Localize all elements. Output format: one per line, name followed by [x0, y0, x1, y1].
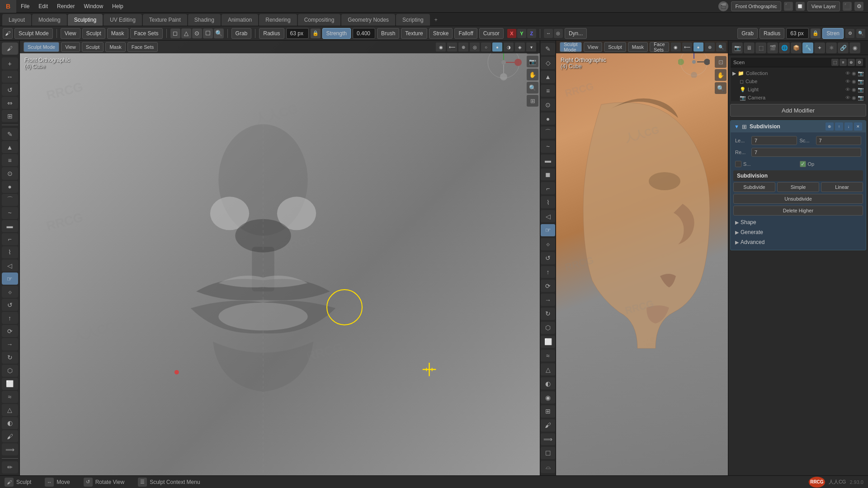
- scene-name[interactable]: Front Orthographic: [731, 1, 781, 11]
- vp-view-btn[interactable]: View: [61, 42, 80, 52]
- mod-icon2[interactable]: ↑: [835, 122, 843, 131]
- tool-multiplane[interactable]: ⌇: [2, 246, 18, 258]
- sculpt-lasso[interactable]: ⌓: [541, 461, 555, 473]
- sculpt-snake[interactable]: ↺: [541, 252, 555, 264]
- tab-layout[interactable]: Layout: [2, 14, 31, 26]
- tool-crease[interactable]: ⌒: [2, 194, 18, 206]
- toolbar-dyn-label[interactable]: Dyn...: [565, 28, 587, 39]
- prop-constraints-icon[interactable]: 🔗: [838, 42, 849, 53]
- sculpt-pose[interactable]: ⟳: [541, 280, 555, 292]
- sculpt-smooth[interactable]: ~: [541, 141, 555, 153]
- nav-pan[interactable]: ✋: [527, 69, 538, 80]
- unsubdivide-btn[interactable]: Unsubdivide: [733, 194, 863, 204]
- brush-icon-2[interactable]: △: [181, 28, 191, 38]
- nav-zoom[interactable]: 🔍: [527, 82, 538, 94]
- tool-cursor[interactable]: +: [2, 57, 18, 70]
- tool-snake-hook[interactable]: ↺: [2, 299, 18, 311]
- toolbar-cursor-dropdown[interactable]: Cursor: [479, 28, 504, 39]
- sculpt-topology[interactable]: ⬡: [541, 322, 555, 334]
- vp-face-sets-btn[interactable]: Face Sets: [127, 42, 158, 52]
- axis-y-btn[interactable]: Y: [517, 29, 526, 38]
- vp-render-icon[interactable]: ◑: [504, 42, 514, 52]
- tool-clay[interactable]: ▲: [2, 141, 18, 153]
- toolbar-brush-dropdown[interactable]: Brush: [377, 28, 399, 39]
- sculpt-paint-brush[interactable]: 🖌: [541, 419, 555, 432]
- tool-boundary[interactable]: ⬜: [2, 378, 18, 390]
- mode-icon[interactable]: 🖌: [2, 42, 18, 55]
- sc-value[interactable]: 7: [816, 136, 862, 145]
- nav-camera[interactable]: 📷: [527, 56, 538, 67]
- radius-lock-icon[interactable]: 🔒: [311, 28, 321, 38]
- nav-r-zoom[interactable]: ⊡: [715, 56, 726, 68]
- vp-r-solid[interactable]: ●: [693, 42, 703, 52]
- outliner-icon3[interactable]: ⊕: [848, 59, 855, 66]
- view-layer-name[interactable]: View Layer: [807, 1, 840, 11]
- axis-z-btn[interactable]: Z: [527, 29, 536, 38]
- sculpt-draw-sharp[interactable]: ◇: [541, 57, 555, 69]
- tool-rotate2[interactable]: ↻: [2, 352, 18, 364]
- nav-grid[interactable]: ⊞: [527, 95, 538, 107]
- mod-icon4[interactable]: ✕: [854, 122, 862, 131]
- scene-options-icon[interactable]: ⬛: [784, 2, 793, 11]
- vp-overlay-icon[interactable]: ◉: [436, 42, 446, 52]
- toolbar-strength-value[interactable]: 0.400: [353, 28, 375, 39]
- axis-x-btn[interactable]: X: [507, 29, 516, 38]
- viewport-right[interactable]: RRCG 人人CG RRCG RRCG: [556, 41, 728, 475]
- subdivide-section[interactable]: Subdivision: [733, 170, 863, 181]
- vp-r-sculpt[interactable]: Sculpt: [604, 42, 626, 52]
- tool-cloth[interactable]: ≈: [2, 391, 18, 403]
- subdivide-btn[interactable]: Subdivide: [733, 182, 775, 192]
- sculpt-draw-face[interactable]: ◉: [541, 391, 555, 404]
- viewport-left[interactable]: RRCG 人人CG RRCG RRCG 人人CG RRCG: [20, 41, 540, 475]
- sculpt-pinch[interactable]: ◁: [541, 210, 555, 222]
- sculpt-rotate2[interactable]: ↻: [541, 308, 555, 320]
- prop-scene-icon[interactable]: 🎬: [767, 42, 778, 53]
- vp-snap-icon[interactable]: ⊕: [458, 42, 468, 52]
- vp-sculpt-btn[interactable]: Sculpt: [82, 42, 104, 52]
- sculpt-clay[interactable]: ▲: [541, 71, 555, 83]
- prop-particles-icon[interactable]: ✦: [814, 42, 825, 53]
- scene-selector[interactable]: 🎬: [718, 1, 728, 11]
- view-layer-options-icon[interactable]: ⬛: [843, 2, 852, 11]
- sculpt-simplify[interactable]: △: [541, 363, 555, 375]
- vp-r-icon2[interactable]: ⟵: [682, 42, 692, 52]
- mirror-x-icon[interactable]: ↔: [544, 29, 553, 38]
- sculpt-elastic[interactable]: ⟐: [541, 238, 555, 250]
- vp-r-face-sets[interactable]: Face Sets: [650, 42, 669, 52]
- sculpt-thumb[interactable]: ↑: [541, 266, 555, 278]
- proportional-icon[interactable]: ◎: [554, 29, 563, 38]
- sculpt-blob[interactable]: ●: [541, 113, 555, 125]
- tab-compositing[interactable]: Compositing: [298, 14, 341, 26]
- sculpt-cloth[interactable]: ≈: [541, 350, 555, 362]
- mod-icon3[interactable]: ↓: [844, 122, 853, 131]
- toolbar-mask[interactable]: Mask: [107, 28, 128, 39]
- sculpt-inflate[interactable]: ⊙: [541, 99, 555, 111]
- delete-higher-btn[interactable]: Delete Higher: [733, 206, 863, 216]
- tool-flatten[interactable]: ▬: [2, 220, 18, 232]
- vp-r-view[interactable]: View: [584, 42, 603, 52]
- sculpt-scrape[interactable]: ⌐: [541, 182, 555, 194]
- tool-nudge[interactable]: →: [2, 338, 18, 350]
- outliner-filter[interactable]: ⚙: [856, 59, 863, 66]
- tool-rotate[interactable]: ↺: [2, 84, 18, 96]
- vp-prop-icon[interactable]: ◎: [470, 42, 480, 52]
- menu-edit[interactable]: Edit: [34, 0, 52, 13]
- toolbar-radius-value[interactable]: 63 px: [286, 28, 309, 39]
- tab-shading[interactable]: Shading: [188, 14, 221, 26]
- outliner-item-collection[interactable]: ▶ 📁 Collection 👁 ◉ 📷: [732, 69, 864, 77]
- tool-transform[interactable]: ⊞: [2, 110, 18, 122]
- brush-icon-1[interactable]: ◻: [170, 28, 180, 38]
- menu-render[interactable]: Render: [52, 0, 79, 13]
- vp-r-mask[interactable]: Mask: [628, 42, 648, 52]
- nav-r-pan[interactable]: ✋: [715, 69, 726, 81]
- tab-modeling[interactable]: Modeling: [32, 14, 67, 26]
- tool-elastic[interactable]: ⟐: [2, 286, 18, 298]
- tab-uv-editing[interactable]: UV Editing: [104, 14, 142, 26]
- render-settings-icon[interactable]: ⚙: [854, 2, 863, 11]
- brush-icon-3[interactable]: ⊙: [192, 28, 202, 38]
- mod-icon1[interactable]: ⊕: [826, 122, 834, 131]
- tool-smear[interactable]: ⟹: [2, 443, 18, 455]
- sculpt-nudge[interactable]: →: [541, 294, 555, 306]
- tool-mask[interactable]: ◐: [2, 417, 18, 429]
- toolbar-strength-label[interactable]: Strength: [322, 28, 351, 39]
